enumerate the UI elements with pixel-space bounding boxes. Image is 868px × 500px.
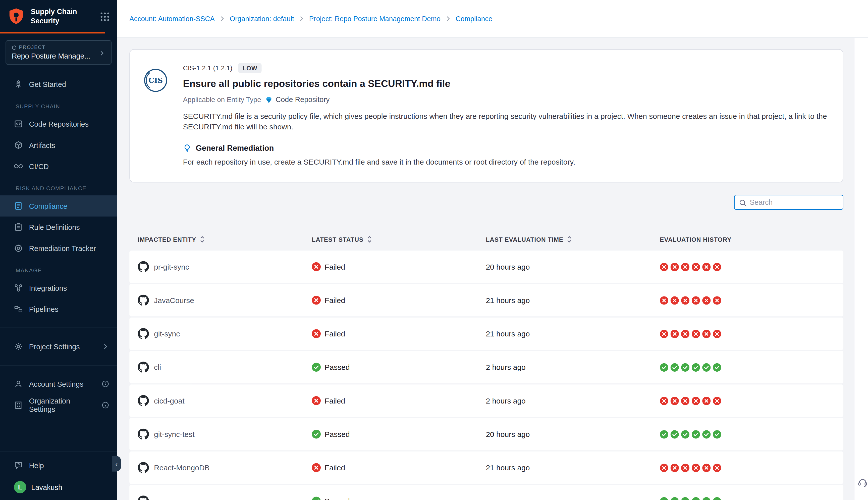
table-row[interactable]: React-MongoDBFailed21 hours ago [129,452,843,484]
github-icon [138,362,149,373]
fail-icon [692,464,700,472]
apps-grid-icon[interactable] [99,11,110,22]
entity-name-link[interactable]: JavaCourse [154,296,194,305]
building-icon [14,401,23,410]
pass-icon [692,497,700,500]
table-row[interactable]: pr-git-syncFailed20 hours ago [129,251,843,283]
svg-text:CIS: CIS [148,76,163,85]
last-evaluation-time: 21 hours ago [486,464,660,472]
divider [0,328,117,328]
sidebar-item-project-settings[interactable]: Project Settings [0,336,117,357]
table-row[interactable]: Passed [129,485,843,500]
project-label: PROJECT [12,45,90,50]
table-row[interactable]: cliPassed2 hours ago [129,351,843,384]
entity-type-chip[interactable]: Code Repository [265,95,329,104]
account-icon [14,379,23,388]
evaluation-history [660,430,843,439]
sidebar-item-label: CI/CD [29,162,49,170]
latest-status-cell: Failed [312,329,486,339]
project-selector[interactable]: PROJECT Repo Posture Manage... [5,40,112,65]
user-name: Lavakush [31,483,62,491]
sidebar-item-compliance[interactable]: Compliance [0,195,117,216]
impacted-entity-cell [138,496,312,500]
pass-icon [671,430,679,439]
sidebar-item-label: Help [29,461,44,469]
main-area: Account: Automation-SSCA Organization: d… [117,0,868,500]
sort-icon[interactable] [566,236,572,243]
latest-status-cell: Failed [312,463,486,473]
search-input[interactable] [750,198,838,206]
impacted-entity-cell: git-sync [138,328,312,339]
sidebar-item-artifacts[interactable]: Artifacts [0,134,117,156]
column-header-label: IMPACTED ENTITY [138,236,196,243]
fail-icon [660,263,668,271]
sidebar-item-code-repositories[interactable]: Code Repositories [0,113,117,134]
brand-line2: Security [31,17,94,26]
last-evaluation-time: 20 hours ago [486,263,660,271]
support-headset-icon[interactable] [857,477,868,488]
last-evaluation-time: 21 hours ago [486,330,660,338]
fail-icon [312,263,321,272]
column-header-impacted-entity: IMPACTED ENTITY [138,236,312,243]
compliance-document-icon [14,202,23,211]
sidebar-item-label: Remediation Tracker [29,244,96,252]
sidebar-item-rule-definitions[interactable]: Rule Definitions [0,217,117,238]
sidebar-item-remediation-tracker[interactable]: Remediation Tracker [0,238,117,259]
info-icon[interactable] [102,380,109,388]
entity-name-link[interactable]: cli [154,363,161,371]
fail-icon [692,397,700,405]
pass-icon [681,497,690,500]
sidebar-item-get-started[interactable]: Get Started [0,73,117,95]
fail-icon [312,463,321,473]
fail-icon [312,296,321,305]
entity-name-link[interactable]: pr-git-sync [154,263,189,271]
entity-name-link[interactable]: cicd-goat [154,397,185,405]
breadcrumb-project-link[interactable]: Project: Repo Posture Management Demo [309,15,441,23]
applicable-label: Applicable on Entity Type [183,96,261,103]
table-row[interactable]: git-syncFailed21 hours ago [129,318,843,350]
pass-icon [713,363,721,371]
pass-icon [681,430,690,439]
entity-name-link[interactable]: git-sync-test [154,430,195,439]
fail-icon [660,464,668,472]
impacted-entity-cell: JavaCourse [138,295,312,306]
status-text: Failed [325,296,345,305]
table-row[interactable]: cicd-goatFailed2 hours ago [129,385,843,417]
project-cube-icon [12,45,17,50]
pass-icon [713,497,721,500]
sidebar-item-cicd[interactable]: CI/CD [0,156,117,177]
sidebar-item-organization-settings[interactable]: Organization Settings [0,395,117,416]
sort-icon[interactable] [366,236,372,243]
fail-icon [713,397,721,405]
user-profile[interactable]: L Lavakush [0,476,117,493]
impacted-entity-cell: React-MongoDB [138,462,312,473]
main-body: CIS CIS-1.2.1 (1.2.1) LOW Ensure all pub… [117,38,868,500]
breadcrumb-organization-link[interactable]: Organization: default [230,15,294,23]
section-label-manage: MANAGE [0,259,117,277]
pass-icon [713,430,721,439]
last-evaluation-time: 20 hours ago [486,430,660,439]
info-icon[interactable] [102,401,109,409]
sidebar-footer: Help L Lavakush [0,451,117,500]
sidebar-item-account-settings[interactable]: Account Settings [0,373,117,395]
target-icon [14,244,23,253]
sidebar-item-label: Artifacts [29,141,55,149]
table-row[interactable]: JavaCourseFailed21 hours ago [129,284,843,317]
sidebar-item-label: Organization Settings [29,397,95,413]
sidebar-nav: Get Started SUPPLY CHAIN Code Repositori… [0,65,117,451]
sidebar-item-help[interactable]: Help [0,455,117,476]
sidebar-item-pipelines[interactable]: Pipelines [0,298,117,320]
sidebar-item-integrations[interactable]: Integrations [0,277,117,298]
table-row[interactable]: git-sync-testPassed20 hours ago [129,418,843,451]
evaluation-history [660,464,843,472]
entity-name-link[interactable]: React-MongoDB [154,464,210,472]
sort-icon[interactable] [199,236,205,243]
sidebar-item-label: Project Settings [29,342,80,351]
avatar: L [14,481,26,493]
breadcrumb-current[interactable]: Compliance [455,15,493,23]
rule-title: Ensure all public repositories contain a… [183,78,827,90]
breadcrumb-account-link[interactable]: Account: Automation-SSCA [129,15,215,23]
chevron-right-icon [219,15,225,22]
sidebar-collapse-handle[interactable]: ‹ [112,456,121,471]
entity-name-link[interactable]: git-sync [154,330,180,338]
